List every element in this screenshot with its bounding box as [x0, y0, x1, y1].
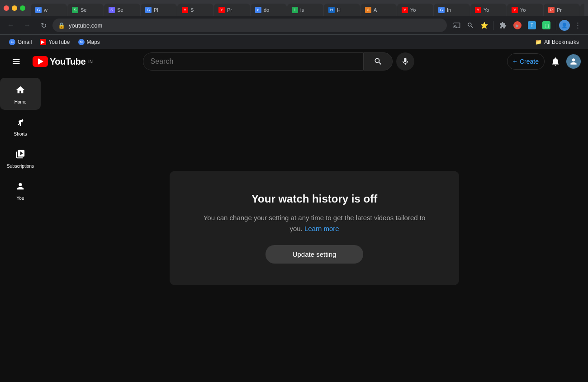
tab-label: Yo: [410, 7, 416, 13]
sidebar-item-shorts[interactable]: Shorts: [0, 110, 41, 142]
divider: [493, 21, 493, 30]
tab-label: Pr: [557, 7, 562, 13]
all-bookmarks-button[interactable]: 📁 All Bookmarks: [531, 37, 583, 47]
extension-icon-3[interactable]: ⬚: [540, 19, 553, 32]
browser-tab-6[interactable]: Y Pr: [214, 4, 250, 16]
browser-tab-3[interactable]: S Se: [104, 4, 140, 16]
subscriptions-icon: [15, 149, 25, 161]
bookmark-page-button[interactable]: ⭐: [478, 19, 490, 32]
youtube-country-code: IN: [88, 59, 93, 64]
tab-favicon: Y: [512, 7, 518, 13]
browser-tab-8[interactable]: i is: [287, 4, 323, 16]
tab-label: Se: [117, 7, 123, 13]
bookmark-favicon: ▶: [40, 39, 46, 45]
sidebar-item-you[interactable]: You: [0, 174, 41, 206]
browser-tab-14[interactable]: Y Yo: [507, 4, 543, 16]
header-actions: + Create: [507, 52, 581, 71]
bookmarks-right: 📁 All Bookmarks: [531, 37, 583, 47]
tab-favicon: Y: [402, 7, 408, 13]
bookmark-favicon: M: [78, 39, 85, 45]
bookmark-maps[interactable]: M Maps: [75, 37, 104, 47]
learn-more-link[interactable]: Learn more: [304, 225, 339, 232]
extension-icon-2[interactable]: T: [525, 19, 539, 32]
tab-favicon: H: [328, 7, 335, 13]
address-bar-row: ← → ↻ 🔒 youtube.com ⭐ ▶ T: [0, 16, 588, 34]
play-triangle: [38, 58, 43, 65]
browser-tab-7[interactable]: d do: [251, 4, 287, 16]
browser-tab-4[interactable]: G Pl: [141, 4, 177, 16]
browser-tab-5[interactable]: Y S: [177, 4, 213, 16]
browser-profile-avatar[interactable]: 👤: [559, 20, 570, 31]
tab-favicon: S: [109, 7, 115, 13]
folder-icon: 📁: [535, 39, 542, 45]
tab-label: S: [190, 7, 194, 13]
reload-button[interactable]: ↻: [36, 18, 51, 33]
zoom-button[interactable]: [464, 19, 477, 32]
cast-button[interactable]: [450, 19, 463, 32]
browser-tab-11[interactable]: Y Yo: [397, 4, 433, 16]
browser-tab-2[interactable]: S Se: [67, 4, 104, 16]
browser-actions: ⭐ ▶ T ⬚ 👤 ⋮: [450, 19, 584, 32]
browser-chrome: G w S Se S Se G Pl Y S Y Pr: [0, 0, 588, 49]
update-setting-button[interactable]: Update setting: [266, 245, 364, 264]
home-icon: [15, 85, 25, 97]
tab-favicon: G: [35, 7, 42, 13]
youtube-app: YouTubeIN + Create: [0, 49, 588, 382]
address-bar[interactable]: 🔒 youtube.com: [52, 19, 447, 32]
bookmark-youtube[interactable]: ▶ YouTube: [36, 37, 73, 47]
bookmark-favicon: G: [9, 39, 15, 45]
tab-label: A: [374, 7, 377, 13]
notifications-button[interactable]: [546, 52, 564, 71]
youtube-logo-icon: [33, 56, 48, 67]
browser-tab-10[interactable]: A A: [360, 4, 397, 16]
youtube-sidebar: Home Shorts Subscriptions: [0, 74, 41, 382]
search-button[interactable]: [364, 52, 393, 71]
extensions-button[interactable]: [496, 19, 510, 32]
sidebar-shorts-label: Shorts: [14, 132, 27, 137]
sidebar-you-label: You: [17, 196, 24, 201]
browser-tab-12[interactable]: G In: [434, 4, 470, 16]
url-text: youtube.com: [69, 22, 441, 29]
youtube-header: YouTubeIN + Create: [0, 49, 588, 74]
create-button[interactable]: + Create: [507, 53, 545, 70]
tab-favicon: i: [292, 7, 298, 13]
browser-menu-button[interactable]: ⋮: [571, 19, 584, 32]
browser-tab-16[interactable]: Y H: [580, 4, 584, 16]
youtube-logo-text: YouTube: [50, 57, 85, 67]
search-input[interactable]: [143, 57, 363, 66]
menu-toggle-button[interactable]: [7, 52, 25, 71]
all-bookmarks-label: All Bookmarks: [544, 39, 579, 45]
browser-tab-1[interactable]: G w: [31, 4, 67, 16]
tab-favicon: P: [548, 7, 555, 13]
voice-search-button[interactable]: [396, 52, 414, 71]
create-label: Create: [520, 58, 539, 65]
forward-button[interactable]: →: [20, 18, 34, 33]
sidebar-home-label: Home: [14, 99, 27, 104]
plus-icon: +: [513, 57, 517, 66]
user-avatar[interactable]: [566, 54, 581, 69]
browser-tab-9[interactable]: H H: [324, 4, 360, 16]
tab-favicon: Y: [475, 7, 481, 13]
youtube-main-content: Your watch history is off You can change…: [41, 74, 588, 382]
bookmark-gmail[interactable]: G Gmail: [5, 37, 35, 47]
browser-tab-15[interactable]: P Pr: [544, 4, 580, 16]
tab-label: In: [447, 7, 451, 13]
browser-tab-13[interactable]: Y Yo: [470, 4, 507, 16]
search-bar: [143, 52, 364, 71]
history-off-title: Your watch history is off: [251, 193, 377, 205]
sidebar-item-subscriptions[interactable]: Subscriptions: [0, 142, 41, 174]
you-icon: [15, 181, 25, 193]
back-button[interactable]: ←: [4, 18, 18, 33]
tab-label: Yo: [520, 7, 526, 13]
bookmarks-bar: G Gmail ▶ YouTube M Maps 📁 All Bookmarks: [0, 34, 588, 49]
tab-favicon: S: [72, 7, 78, 13]
tab-label: H: [337, 7, 341, 13]
extension-icon-1[interactable]: ▶: [511, 19, 524, 32]
watch-history-off-card: Your watch history is off You can change…: [170, 171, 459, 285]
minimize-window-button[interactable]: [12, 5, 17, 11]
close-window-button[interactable]: [4, 5, 9, 11]
maximize-window-button[interactable]: [20, 5, 25, 11]
sidebar-item-home[interactable]: Home: [0, 78, 41, 110]
shorts-icon: [15, 117, 25, 129]
youtube-logo[interactable]: YouTubeIN: [33, 56, 93, 67]
